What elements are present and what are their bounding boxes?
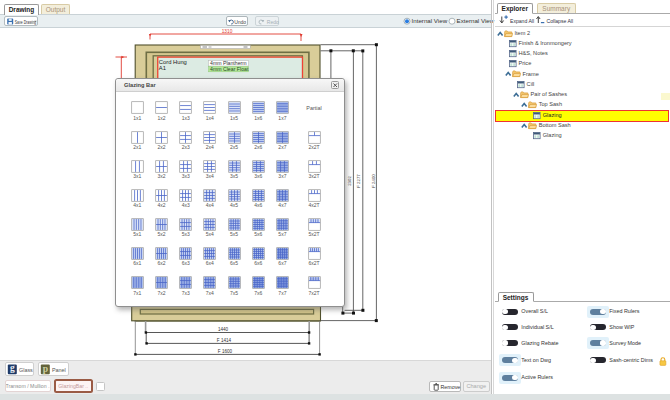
svg-text:Save Drawing: Save Drawing: [15, 18, 37, 24]
svg-text:F 1600: F 1600: [218, 349, 233, 354]
svg-text:p: p: [42, 363, 47, 373]
svg-text:Expand All: Expand All: [510, 18, 534, 24]
svg-text:Panel: Panel: [52, 366, 66, 372]
svg-text:F 1414: F 1414: [217, 338, 232, 343]
svg-text:4mm Clear Float: 4mm Clear Float: [210, 66, 249, 72]
svg-text:F 2400: F 2400: [371, 174, 376, 188]
svg-text:Collapse All: Collapse All: [546, 18, 573, 24]
svg-text:Glass: Glass: [19, 366, 33, 372]
svg-text:g: g: [9, 363, 14, 373]
svg-text:Cord Hung: Cord Hung: [159, 59, 187, 65]
svg-text:F 2277: F 2277: [356, 174, 361, 188]
svg-text:A1: A1: [159, 65, 166, 71]
svg-text:1310: 1310: [222, 29, 233, 34]
svg-text:Remove: Remove: [440, 384, 460, 390]
svg-text:2302: 2302: [347, 176, 352, 186]
svg-text:1440: 1440: [218, 327, 229, 332]
